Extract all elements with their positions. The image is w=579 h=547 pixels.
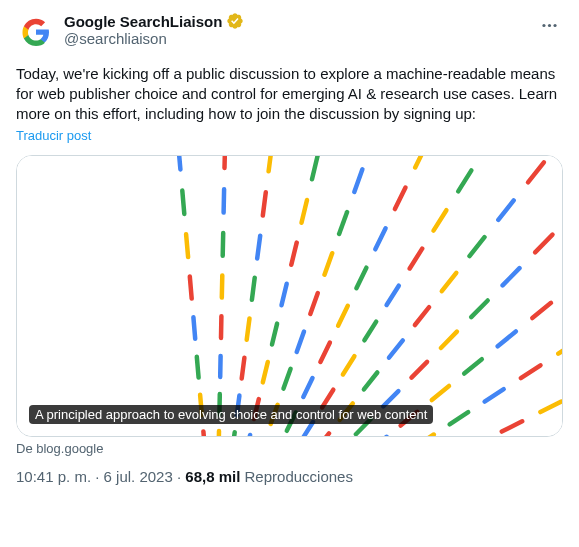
link-card[interactable]: A principled approach to evolving choice…: [16, 155, 563, 437]
tweet-meta: 10:41 p. m. · 6 jul. 2023 · 68,8 mil Rep…: [16, 468, 563, 485]
tweet-date[interactable]: 6 jul. 2023: [104, 468, 173, 485]
svg-line-26: [257, 236, 260, 259]
svg-point-1: [542, 24, 545, 27]
svg-line-10: [186, 234, 188, 257]
svg-rect-4: [17, 156, 562, 436]
tweet-container: Google SearchLiaison @searchliaison Toda…: [0, 0, 579, 497]
svg-line-7: [197, 357, 199, 378]
name-row: Google SearchLiaison: [64, 12, 563, 30]
svg-line-25: [252, 278, 255, 300]
svg-line-12: [178, 156, 180, 169]
views-count[interactable]: 68,8 mil: [185, 468, 240, 485]
svg-line-21: [232, 432, 235, 436]
svg-line-23: [242, 358, 245, 379]
svg-line-27: [263, 192, 266, 215]
card-caption: A principled approach to evolving choice…: [29, 405, 433, 424]
svg-line-20: [225, 156, 226, 168]
tweet-text: Today, we're kicking off a public discus…: [16, 64, 563, 124]
card-image: A principled approach to evolving choice…: [17, 156, 562, 436]
svg-line-11: [182, 191, 184, 214]
svg-point-3: [553, 24, 556, 27]
svg-point-2: [548, 24, 551, 27]
more-options-icon[interactable]: [536, 12, 563, 42]
tweet-header: Google SearchLiaison @searchliaison: [16, 12, 563, 52]
display-name[interactable]: Google SearchLiaison: [64, 13, 222, 30]
verified-badge-icon: [226, 12, 244, 30]
card-source: De blog.google: [16, 441, 563, 456]
views-label: Reproducciones: [245, 468, 353, 485]
user-handle[interactable]: @searchliaison: [64, 30, 563, 47]
svg-line-19: [224, 189, 225, 212]
svg-line-9: [190, 277, 192, 299]
svg-line-17: [222, 275, 223, 297]
svg-line-8: [193, 317, 195, 339]
svg-line-5: [203, 432, 205, 437]
user-info: Google SearchLiaison @searchliaison: [64, 12, 563, 47]
tweet-time[interactable]: 10:41 p. m.: [16, 468, 91, 485]
translate-link[interactable]: Traducir post: [16, 128, 563, 143]
svg-line-18: [223, 233, 224, 256]
avatar[interactable]: [16, 12, 56, 52]
svg-line-24: [247, 318, 250, 339]
